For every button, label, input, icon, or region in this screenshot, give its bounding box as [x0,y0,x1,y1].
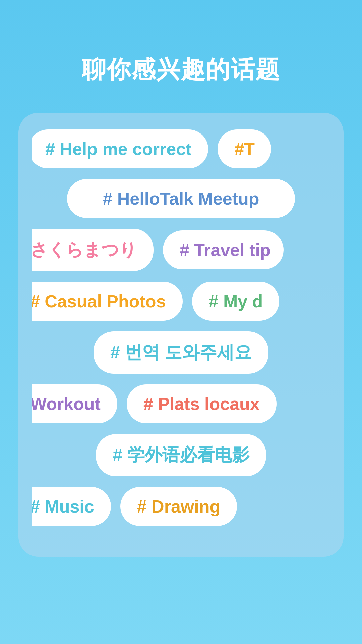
tag-row-3: さくらまつり # Travel tip [32,229,330,271]
tag-my-d[interactable]: # My d [192,282,279,321]
tag-hellotalk-meetup[interactable]: # HelloTalk Meetup [67,179,295,218]
tag-travel-tip[interactable]: # Travel tip [163,230,284,269]
tag-sakura-matsuri[interactable]: さくらまつり [32,229,154,271]
tags-container: # Help me correct #T # HelloTalk Meetup … [32,129,330,537]
tag-row-6: Workout # Plats locaux [32,384,330,423]
tag-help-me-correct[interactable]: # Help me correct [32,129,208,168]
topics-card: # Help me correct #T # HelloTalk Meetup … [18,113,344,557]
tag-row-7: # 学外语必看电影 [32,434,330,476]
tag-learn-language-movies[interactable]: # 学外语必看电影 [96,434,266,476]
tag-t-partial[interactable]: #T [218,129,271,168]
tag-casual-photos[interactable]: # Casual Photos [32,282,183,321]
tag-plats-locaux[interactable]: # Plats locaux [127,384,277,423]
page-title: 聊你感兴趣的话题 [0,0,362,113]
tag-row-1: # Help me correct #T [32,129,330,168]
tag-row-5: # 번역 도와주세요 [32,331,330,374]
tag-row-2: # HelloTalk Meetup [32,179,330,218]
tag-workout[interactable]: Workout [32,384,117,423]
tag-music[interactable]: # Music [32,487,111,526]
tag-row-4: # Casual Photos # My d [32,282,330,321]
tag-drawing[interactable]: # Drawing [120,487,237,526]
tag-translation-help[interactable]: # 번역 도와주세요 [94,331,268,374]
tag-row-8: # Music # Drawing [32,487,330,526]
